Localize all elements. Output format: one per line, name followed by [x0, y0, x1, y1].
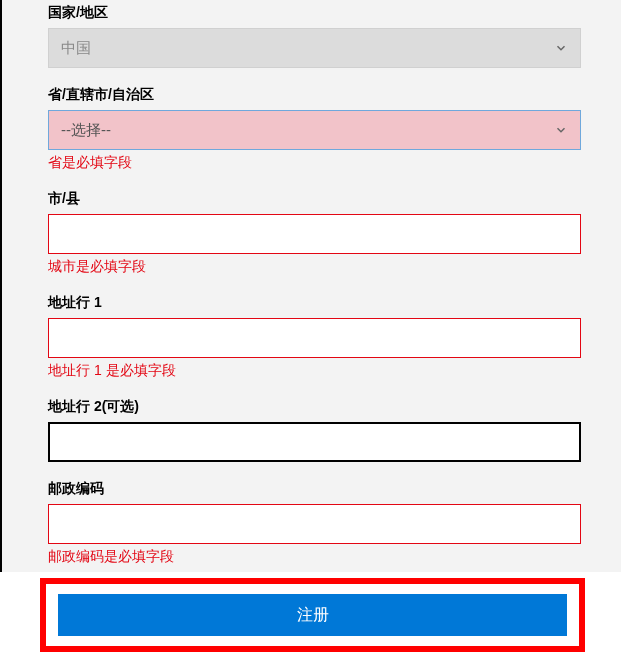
- province-placeholder: --选择--: [61, 121, 111, 140]
- address-form: 国家/地区 中国 省/直辖市/自治区 --选择-- 省是必填字段 市/县 城市是…: [0, 0, 621, 572]
- address2-input[interactable]: [48, 422, 581, 462]
- province-error: 省是必填字段: [48, 154, 581, 172]
- city-input[interactable]: [48, 214, 581, 254]
- country-select: 中国: [48, 28, 581, 68]
- address1-error: 地址行 1 是必填字段: [48, 362, 581, 380]
- register-button[interactable]: 注册: [58, 594, 567, 636]
- address2-field-group: 地址行 2(可选): [48, 398, 581, 462]
- postal-field-group: 邮政编码 邮政编码是必填字段: [48, 480, 581, 566]
- country-field-group: 国家/地区 中国: [48, 4, 581, 68]
- city-label: 市/县: [48, 190, 581, 208]
- province-label: 省/直辖市/自治区: [48, 86, 581, 104]
- country-label: 国家/地区: [48, 4, 581, 22]
- postal-label: 邮政编码: [48, 480, 581, 498]
- chevron-down-icon: [554, 41, 568, 55]
- address1-field-group: 地址行 1 地址行 1 是必填字段: [48, 294, 581, 380]
- postal-input[interactable]: [48, 504, 581, 544]
- city-error: 城市是必填字段: [48, 258, 581, 276]
- address1-label: 地址行 1: [48, 294, 581, 312]
- city-field-group: 市/县 城市是必填字段: [48, 190, 581, 276]
- postal-error: 邮政编码是必填字段: [48, 548, 581, 566]
- chevron-down-icon: [554, 123, 568, 137]
- address1-input[interactable]: [48, 318, 581, 358]
- province-select[interactable]: --选择--: [48, 110, 581, 150]
- address2-label: 地址行 2(可选): [48, 398, 581, 416]
- country-value: 中国: [61, 39, 91, 58]
- province-field-group: 省/直辖市/自治区 --选择-- 省是必填字段: [48, 86, 581, 172]
- register-button-highlight: 注册: [40, 578, 585, 652]
